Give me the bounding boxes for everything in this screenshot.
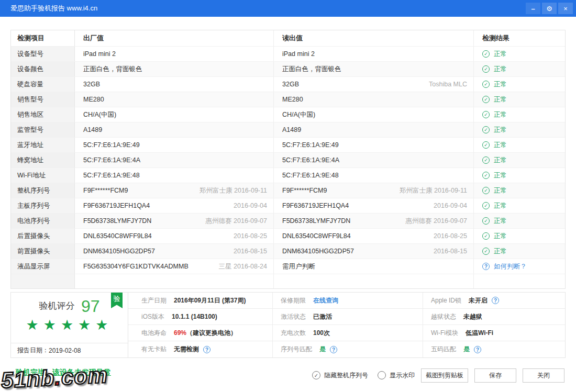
read-value-cell: F5D63738LYMFJY7DN惠州德赛 2016-09-07 — [274, 214, 474, 228]
close-icon: × — [563, 5, 568, 13]
table-filler-row — [11, 274, 565, 288]
read-value: DNM634105HGG2DP57 — [282, 248, 354, 255]
hide-serial-toggle[interactable]: ✓ 隐藏整机序列号 — [312, 371, 368, 380]
row-label: 销售地区 — [11, 107, 75, 122]
window-title: 爱思助手验机报告 www.i4.cn — [0, 4, 526, 13]
minimize-button[interactable]: – — [526, 3, 540, 14]
check-circle-icon: ✓ — [482, 202, 490, 209]
result-cell: ?如何判断？ — [474, 259, 565, 274]
info-label: 序列号匹配 — [281, 345, 312, 354]
read-note: Toshiba MLC — [429, 81, 467, 88]
info-value: 已激活 — [313, 312, 332, 321]
table-header-row: 检测项目 出厂值 读出值 检测结果 — [11, 30, 565, 46]
show-watermark-toggle[interactable]: 显示水印 — [378, 371, 415, 380]
info-cell: 保修期限在线查询 — [272, 293, 423, 309]
factory-value: 5C:F7:E6:1A:9E:4A — [83, 156, 140, 164]
result-normal-text: 正常 — [494, 232, 507, 241]
result-normal-text: 正常 — [494, 50, 507, 59]
row-label: 销售型号 — [11, 92, 75, 107]
settings-button[interactable]: ⚙ — [542, 3, 557, 14]
read-value-cell: DNL63540C8WFF9L842016-08-25 — [274, 229, 474, 243]
info-value: 未开启 — [469, 296, 488, 305]
check-circle-icon: ✓ — [482, 217, 490, 225]
check-circle-icon: ✓ — [482, 81, 490, 88]
close-report-button[interactable]: 关闭 — [523, 368, 564, 383]
info-cell: 越狱状态未越狱 — [423, 309, 565, 325]
info-cell: 五码匹配是? — [423, 341, 565, 357]
screenshot-to-clipboard-button[interactable]: 截图到剪贴板 — [421, 368, 468, 383]
factory-value: DNL63540C8WFF9L84 — [83, 232, 152, 240]
report-date-value: 2019-02-08 — [49, 347, 81, 354]
table-row: 销售地区CH/A(中国)CH/A(中国)✓正常 — [11, 107, 565, 122]
question-circle-icon[interactable]: ? — [203, 346, 211, 353]
info-cell: 充电次数100次 — [272, 325, 423, 341]
header-factory: 出厂值 — [75, 30, 274, 46]
question-circle-icon[interactable]: ? — [492, 297, 499, 304]
table-row: 后置摄像头DNL63540C8WFF9L842016-08-25DNL63540… — [11, 228, 565, 243]
info-label: Apple ID锁 — [431, 296, 461, 305]
window-controls: – ⚙ × — [526, 3, 573, 14]
result-normal-text: 正常 — [494, 217, 507, 226]
result-cell: ✓正常 — [474, 198, 565, 213]
factory-note: 2016-08-25 — [234, 232, 267, 240]
factory-value-cell: F9F636719JEFH1QA42016-09-04 — [75, 198, 274, 213]
close-button[interactable]: × — [558, 3, 573, 14]
read-value: 5C:F7:E6:1A:9E:48 — [282, 172, 339, 179]
result-cell: ✓正常 — [474, 168, 565, 183]
read-note: 2016-08-25 — [434, 232, 467, 240]
header-item: 检测项目 — [11, 30, 75, 46]
table-row: 销售型号ME280ME280✓正常 — [11, 92, 565, 107]
check-circle-icon: ✓ — [482, 172, 490, 179]
factory-value: 5C:F7:E6:1A:9E:49 — [83, 141, 140, 149]
factory-value-cell: ME280 — [75, 92, 274, 107]
table-row: 液晶显示屏F5G635304Y6FG1KDTVK4ADMMB三星 2016-08… — [11, 259, 565, 274]
factory-note: 郑州富士康 2016-09-11 — [200, 186, 267, 195]
row-label: 电池序列号 — [11, 214, 75, 228]
result-normal-text: 正常 — [494, 156, 507, 165]
factory-value-cell: DNL63540C8WFF9L842016-08-25 — [75, 229, 274, 243]
question-circle-icon[interactable]: ? — [482, 263, 490, 270]
row-label: 后置摄像头 — [11, 229, 75, 243]
read-value: F9F******FCM9 — [282, 187, 327, 194]
table-row: 设备型号iPad mini 2iPad mini 2✓正常 — [11, 46, 565, 61]
read-value-cell: CH/A(中国) — [274, 107, 474, 122]
check-circle-icon: ✓ — [482, 65, 490, 73]
info-value: 100次 — [313, 329, 330, 338]
factory-value-cell: DNM634105HGG2DP572016-08-15 — [75, 244, 274, 259]
factory-value-cell: 正面白色，背面银色 — [75, 62, 274, 76]
factory-value: A1489 — [83, 126, 102, 133]
info-value: 未越狱 — [463, 312, 482, 321]
read-value: DNL63540C8WFF9L84 — [282, 232, 351, 240]
factory-value: 正面白色，背面银色 — [83, 65, 142, 74]
info-value: 2016年09月11日 (第37周) — [174, 296, 246, 305]
result-cell: ✓正常 — [474, 138, 565, 152]
table-row: 蓝牙地址5C:F7:E6:1A:9E:495C:F7:E6:1A:9E:49✓正… — [11, 137, 565, 152]
result-normal-text: 正常 — [494, 247, 507, 256]
row-label: 蓝牙地址 — [11, 138, 75, 152]
online-query-link[interactable]: 在线查询 — [313, 296, 338, 305]
titlebar: 爱思助手验机报告 www.i4.cn – ⚙ × — [0, 0, 576, 17]
result-cell: ✓正常 — [474, 183, 565, 198]
save-button[interactable]: 保存 — [474, 368, 516, 383]
table-row: 前置摄像头DNM634105HGG2DP572016-08-15DNM63410… — [11, 243, 565, 259]
row-label: 前置摄像头 — [11, 244, 75, 259]
row-label: 液晶显示屏 — [11, 259, 75, 274]
question-circle-icon[interactable]: ? — [330, 346, 337, 353]
read-value-cell: 5C:F7:E6:1A:9E:48 — [274, 168, 474, 183]
factory-value: F5G635304Y6FG1KDTVK4ADMMB — [83, 263, 189, 270]
how-to-judge-link[interactable]: 如何判断？ — [494, 262, 527, 271]
gear-icon: ⚙ — [546, 5, 552, 13]
factory-value-cell: CH/A(中国) — [75, 107, 274, 122]
read-value-cell: 需用户判断 — [274, 259, 474, 274]
factory-value: DNM634105HGG2DP57 — [83, 248, 155, 255]
factory-value: CH/A(中国) — [83, 110, 116, 119]
factory-value-cell: 5C:F7:E6:1A:9E:4A — [75, 153, 274, 167]
star-rating: ★★★★★ — [11, 317, 128, 333]
info-cell: Apple ID锁未开启? — [423, 293, 565, 309]
read-value: 32GB — [282, 81, 299, 88]
row-label: 主板序列号 — [11, 198, 75, 213]
info-cell: 激活状态已激活 — [272, 309, 423, 325]
question-circle-icon[interactable]: ? — [474, 346, 481, 353]
result-normal-text: 正常 — [494, 95, 507, 104]
report-date-row: 报告日期： 2019-02-08 — [11, 343, 128, 357]
